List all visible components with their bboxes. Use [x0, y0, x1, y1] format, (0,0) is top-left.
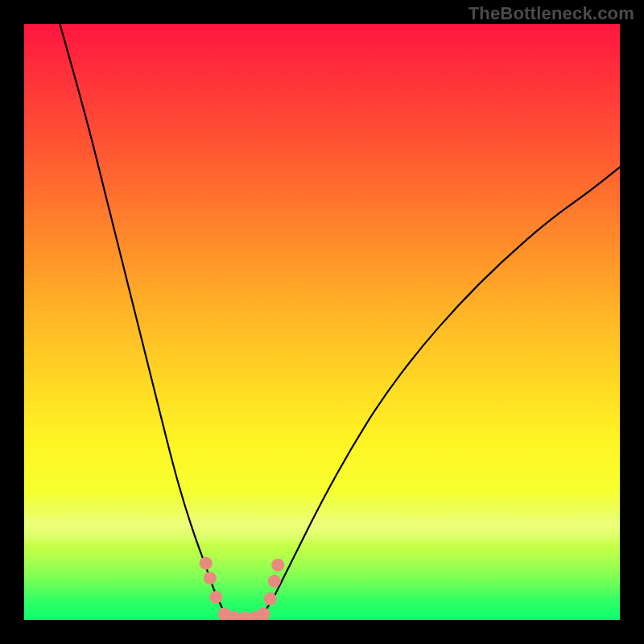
chart-svg — [24, 24, 620, 620]
curve-path-group — [60, 24, 620, 618]
outer-black-frame: TheBottleneck.com — [0, 0, 644, 644]
marker-dot — [200, 557, 213, 570]
marker-dot — [271, 559, 284, 572]
watermark-text: TheBottleneck.com — [469, 3, 634, 24]
bottleneck-curve — [60, 24, 620, 618]
marker-dot — [264, 592, 277, 605]
marker-dot — [268, 575, 281, 588]
marker-dot — [209, 591, 222, 604]
plot-area — [24, 24, 620, 620]
marker-dot — [204, 572, 217, 584]
marker-dot — [257, 608, 270, 620]
marker-dots-group — [200, 557, 285, 620]
